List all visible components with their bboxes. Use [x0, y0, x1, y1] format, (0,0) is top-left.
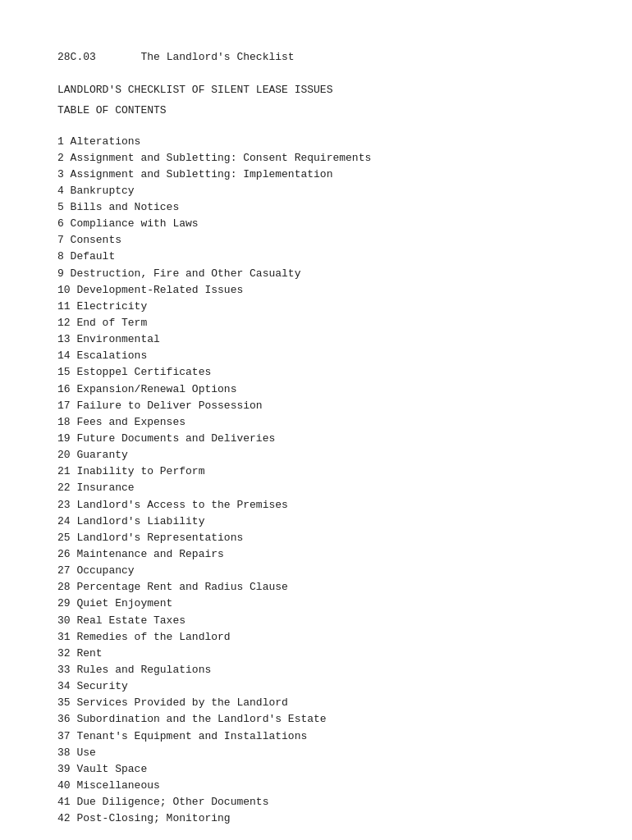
toc-item: 23 Landlord's Access to the Premises — [57, 497, 575, 514]
toc-item: 32 Rent — [57, 646, 575, 662]
doc-title: The Landlord's Checklist — [140, 51, 294, 63]
toc-item: 20 Guaranty — [57, 447, 575, 463]
toc-item: 15 Estoppel Certificates — [57, 364, 575, 381]
doc-title-line2: TABLE OF CONTENTS — [57, 103, 575, 119]
toc-item: 25 Landlord's Representations — [57, 530, 575, 546]
doc-header: 28C.03 The Landlord's Checklist — [57, 49, 575, 66]
toc-item: 5 Bills and Notices — [57, 199, 575, 216]
toc-item: 10 Development-Related Issues — [57, 282, 575, 299]
toc-item: 37 Tenant's Equipment and Installations — [57, 728, 575, 745]
doc-id: 28C.03 — [57, 51, 96, 63]
toc-item: 36 Subordination and the Landlord's Esta… — [57, 711, 575, 728]
doc-title-line1: LANDLORD'S CHECKLIST OF SILENT LEASE ISS… — [57, 82, 575, 98]
table-of-contents: 1 Alterations2 Assignment and Subletting… — [57, 134, 575, 828]
toc-item: 22 Insurance — [57, 480, 575, 496]
toc-item: 16 Expansion/Renewal Options — [57, 381, 575, 398]
toc-item: 38 Use — [57, 745, 575, 761]
toc-item: 40 Miscellaneous — [57, 778, 575, 794]
toc-item: 12 End of Term — [57, 315, 575, 331]
toc-item: 28 Percentage Rent and Radius Clause — [57, 579, 575, 596]
toc-item: 24 Landlord's Liability — [57, 514, 575, 530]
toc-item: 14 Escalations — [57, 348, 575, 364]
toc-item: 6 Compliance with Laws — [57, 216, 575, 232]
toc-item: 7 Consents — [57, 232, 575, 249]
toc-item: 29 Quiet Enjoyment — [57, 596, 575, 612]
toc-item: 1 Alterations — [57, 134, 575, 150]
toc-item: 42 Post-Closing; Monitoring — [57, 810, 575, 827]
toc-item: 33 Rules and Regulations — [57, 662, 575, 678]
toc-item: 41 Due Diligence; Other Documents — [57, 794, 575, 810]
toc-item: 19 Future Documents and Deliveries — [57, 431, 575, 447]
toc-item: 3 Assignment and Subletting: Implementat… — [57, 167, 575, 183]
toc-item: 8 Default — [57, 249, 575, 265]
toc-item: 31 Remedies of the Landlord — [57, 629, 575, 646]
toc-item: 21 Inability to Perform — [57, 463, 575, 480]
toc-item: 13 Environmental — [57, 331, 575, 348]
toc-item: 9 Destruction, Fire and Other Casualty — [57, 266, 575, 282]
toc-item: 35 Services Provided by the Landlord — [57, 695, 575, 711]
toc-item: 18 Fees and Expenses — [57, 414, 575, 431]
toc-item: 11 Electricity — [57, 299, 575, 315]
toc-item: 4 Bankruptcy — [57, 183, 575, 199]
toc-item: 39 Vault Space — [57, 761, 575, 778]
toc-item: 27 Occupancy — [57, 563, 575, 579]
toc-item: 34 Security — [57, 678, 575, 695]
toc-item: 17 Failure to Deliver Possession — [57, 398, 575, 414]
toc-item: 30 Real Estate Taxes — [57, 613, 575, 629]
toc-item: 26 Maintenance and Repairs — [57, 546, 575, 563]
toc-item: 2 Assignment and Subletting: Consent Req… — [57, 150, 575, 167]
